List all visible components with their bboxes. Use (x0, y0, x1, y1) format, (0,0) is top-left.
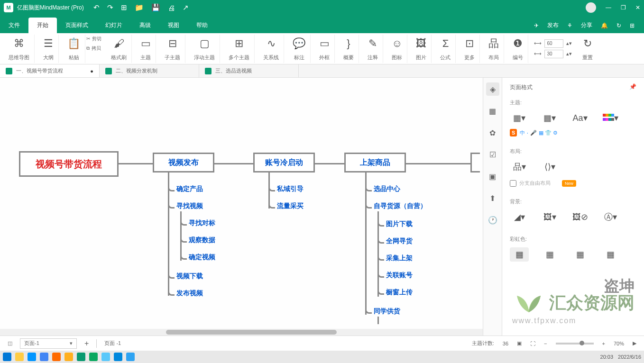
ribbon-boundary[interactable]: ▭外框 (314, 35, 335, 63)
sub-1-4[interactable]: 发布视频 (176, 289, 203, 298)
ribbon-icon[interactable]: ☺图标 (387, 35, 407, 63)
menu-advanced[interactable]: 高级 (131, 18, 159, 33)
sp-tab-clipart[interactable]: ▣ (486, 170, 499, 183)
bg-fill-btn[interactable]: ◢▾ (510, 210, 529, 224)
rainbow-4[interactable]: ▦ (601, 247, 620, 262)
theme-btn-2[interactable]: ▦▾ (540, 111, 559, 125)
ribbon-floating[interactable]: ▢浮动主题 (189, 35, 220, 63)
layout-btn-2[interactable]: ⟨⟩▾ (540, 160, 559, 174)
mindmap-node-2[interactable]: 账号冷启动 (253, 153, 315, 172)
ribbon-spacing[interactable]: ⟷ 60▴▾ ⟷ 30▴▾ (532, 37, 574, 60)
doc-tab-3[interactable]: 三、选品选视频 (199, 64, 299, 77)
font-btn[interactable]: Aa▾ (570, 111, 589, 125)
ribbon-formula[interactable]: Σ公式 (435, 35, 456, 63)
bg-image-btn[interactable]: 🖼▾ (540, 210, 559, 224)
sub-3-3[interactable]: 同学供货 (374, 307, 400, 316)
mindmap-node-3[interactable]: 上架商品 (344, 153, 406, 172)
ribbon-topic[interactable]: ▭主题 (136, 35, 156, 63)
undo-icon[interactable]: ↶ (93, 3, 100, 12)
sub-2-2[interactable]: 流量采买 (277, 202, 304, 210)
sp-tab-style[interactable]: ◈ (486, 82, 499, 96)
tb-chrome[interactable] (40, 353, 48, 361)
theme-btn-1[interactable]: ▦▾ (510, 111, 529, 125)
menu-start[interactable]: 开始 (28, 18, 57, 33)
tb-video[interactable] (89, 353, 98, 361)
rainbow-1[interactable]: ▦ (510, 247, 529, 262)
tb-start[interactable] (3, 353, 11, 361)
tb-folder[interactable] (64, 353, 73, 361)
ribbon-more[interactable]: ⊡更多 (460, 35, 480, 63)
tb-edge[interactable] (28, 353, 36, 361)
menu-file[interactable]: 文件 (0, 18, 28, 33)
color-btn[interactable]: ▾ (601, 111, 620, 125)
export-icon[interactable]: ↗ (183, 3, 189, 12)
minimize-icon[interactable]: — (606, 4, 611, 11)
bg-watermark-btn[interactable]: Ⓐ▾ (601, 210, 620, 224)
rainbow-2[interactable]: ▦ (540, 247, 559, 262)
bg-remove-btn[interactable]: 🖼⊘ (570, 210, 589, 224)
print-icon[interactable]: 🖨 (168, 4, 175, 12)
sp-tab-theme[interactable]: ▦ (486, 104, 499, 118)
share-icon[interactable]: ⚘ (567, 22, 572, 29)
grid-icon[interactable]: ⊞ (630, 22, 635, 29)
sub-1-2-1[interactable]: 寻找对标 (189, 219, 215, 227)
send-icon[interactable]: ✈ (534, 22, 539, 29)
menu-slide[interactable]: 幻灯片 (97, 18, 131, 33)
ribbon-mindmap[interactable]: ⌘思维导图 (4, 35, 35, 63)
sb-pages-icon[interactable]: ◫ (8, 340, 12, 346)
sb-fullscreen-icon[interactable]: ⛶ (530, 341, 535, 346)
ribbon-callout[interactable]: 💬标注 (288, 35, 311, 63)
mindmap-node-1[interactable]: 视频发布 (153, 153, 214, 172)
ribbon-reset[interactable]: ↻重置 (578, 35, 598, 63)
publish-label[interactable]: 发布 (547, 21, 559, 29)
sub-3-2-2[interactable]: 全网寻货 (386, 237, 413, 245)
canvas[interactable]: 视频号带货流程 视频发布 账号冷启动 上架商品 确定产品 寻找视频 寻找对标 观… (0, 78, 483, 336)
sub-1-2-2[interactable]: 观察数据 (189, 236, 215, 245)
ribbon-outline[interactable]: ☰大纲 (38, 35, 59, 63)
sub-1-1[interactable]: 确定产品 (176, 185, 203, 193)
ribbon-subtopic[interactable]: ⊟子主题 (160, 35, 185, 63)
ribbon-cut[interactable]: ✂ 剪切 (85, 35, 102, 43)
layout-btn-1[interactable]: 品▾ (510, 160, 529, 174)
doc-tab-1[interactable]: 一、视频号带货流程● (0, 64, 100, 77)
sub-1-2-3[interactable]: 确定视频 (189, 253, 215, 262)
ribbon-relation[interactable]: ∿关系线 (258, 35, 284, 63)
sb-add-page[interactable]: + (84, 339, 89, 348)
ribbon-multiple[interactable]: ⊞多个主题 (224, 35, 255, 63)
close-icon[interactable]: ✕ (635, 4, 640, 11)
sub-3-2-3[interactable]: 采集上架 (386, 254, 413, 263)
mindmap-node-4-partial[interactable] (470, 153, 480, 172)
pin-icon[interactable]: 📌 (629, 83, 636, 91)
sp-tab-icon[interactable]: ✿ (486, 126, 499, 139)
ribbon-number[interactable]: ❶编号 (508, 35, 528, 63)
share-label[interactable]: 分享 (581, 21, 592, 29)
tb-mindmaster[interactable] (77, 353, 85, 361)
sub-2-1[interactable]: 私域引导 (277, 185, 304, 193)
sb-fit-icon[interactable]: ▣ (517, 340, 522, 346)
sub-3-2[interactable]: 自寻货源（自营） (374, 202, 427, 210)
sb-zoom-out[interactable]: − (544, 341, 547, 346)
ribbon-image[interactable]: 🖼图片 (411, 35, 432, 63)
freebranch-checkbox[interactable]: 分支自由布局 (510, 180, 551, 187)
sp-tab-export[interactable]: ⬆ (486, 191, 499, 205)
sp-tab-task[interactable]: ☑ (486, 148, 499, 161)
save-icon[interactable]: 💾 (151, 3, 160, 12)
open-icon[interactable]: 📁 (135, 3, 144, 12)
sb-present-icon[interactable]: ▶ (633, 340, 636, 346)
tb-uc[interactable] (52, 353, 61, 361)
ribbon-layout[interactable]: 品布局 (484, 35, 504, 63)
sub-3-2-4[interactable]: 关联账号 (386, 271, 413, 280)
sub-1-3[interactable]: 视频下载 (176, 272, 203, 281)
bell-icon[interactable]: 🔔 (601, 22, 608, 29)
sub-3-2-1[interactable]: 图片下载 (386, 220, 413, 228)
sb-zoom-in[interactable]: + (602, 341, 605, 346)
menu-pagestyle[interactable]: 页面样式 (57, 18, 97, 33)
menu-help[interactable]: 帮助 (188, 18, 216, 33)
user-avatar[interactable] (586, 2, 596, 13)
rainbow-3[interactable]: ▦ (570, 247, 589, 262)
horizontal-scrollbar[interactable] (0, 329, 483, 336)
tb-app10[interactable] (126, 353, 135, 361)
mindmap-root[interactable]: 视频号带货流程 (19, 151, 119, 177)
ribbon-summary[interactable]: }概要 (339, 35, 359, 63)
sb-page-select[interactable]: 页面-1▾ (20, 338, 77, 349)
